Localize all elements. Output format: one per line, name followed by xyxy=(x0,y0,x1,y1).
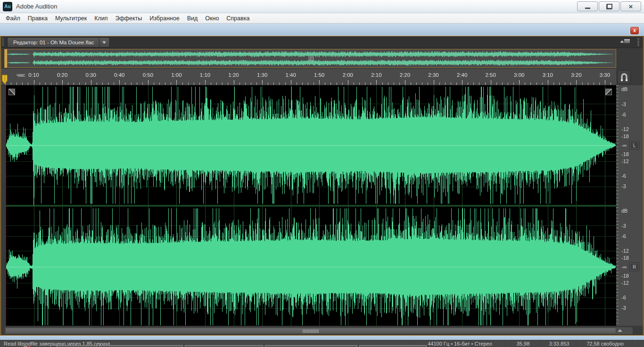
current-time-indicator[interactable] xyxy=(5,85,6,326)
db-tick-label: -3 xyxy=(621,183,626,189)
db-tick-label: -3 xyxy=(621,305,626,311)
menu-item-5[interactable]: Избранное xyxy=(146,13,183,24)
time-ruler[interactable]: чмс 0:100:200:300:400:501:001:101:201:30… xyxy=(1,69,616,85)
fade-in-handle-icon[interactable] xyxy=(8,89,15,95)
db-tick-label: -12 xyxy=(621,280,629,286)
menu-bar: ФайлПравкаМультитрекКлипЭффектыИзбранное… xyxy=(0,13,644,24)
snap-toggle-button[interactable] xyxy=(617,71,631,84)
db-tick-label: -3 xyxy=(621,101,626,107)
panel-corner-grip[interactable] xyxy=(637,38,639,46)
db-tick-label: -6 xyxy=(621,233,626,239)
ruler-label: 2:20 xyxy=(400,72,410,78)
panel-menu-icon xyxy=(624,39,630,43)
ruler-label: 3:00 xyxy=(514,72,524,78)
cutoff-transport-row xyxy=(0,345,644,347)
minimize-button[interactable] xyxy=(577,1,598,11)
horizontal-scrollbar[interactable] xyxy=(4,327,633,335)
scrollbar-grip xyxy=(303,330,319,333)
menu-item-7[interactable]: Окно xyxy=(201,13,223,24)
restore-button[interactable] xyxy=(599,1,619,11)
amplitude-ruler[interactable]: dB-3-6-12-18-∞-18-12-6-3dB-3-6-12-18-∞-1… xyxy=(616,85,643,326)
close-button[interactable]: × xyxy=(620,1,641,11)
db-tick-label: -∞ xyxy=(621,142,627,148)
ruler-label: 2:10 xyxy=(371,72,381,78)
db-tick-label: -6 xyxy=(621,295,626,300)
editor-tab-close-button[interactable]: × xyxy=(102,39,105,44)
ruler-label: 0:30 xyxy=(86,72,96,78)
ruler-label: 2:40 xyxy=(457,72,467,78)
ruler-label: 1:50 xyxy=(314,72,324,78)
minimize-icon xyxy=(585,8,590,9)
editor-tab-label: Редактор: 01 - Oh Ma Douee.flac xyxy=(8,40,99,45)
magnet-icon xyxy=(620,73,628,82)
ruler-label: 2:00 xyxy=(343,72,353,78)
db-unit-label: dB xyxy=(621,86,627,92)
ruler-label: 2:50 xyxy=(485,72,495,78)
scrollbar-thumb[interactable] xyxy=(5,328,616,334)
panel-drag-grip[interactable] xyxy=(2,38,4,46)
editor-panel: Редактор: 01 - Oh Ma Douee.flac × чмс xyxy=(0,36,644,336)
window-gap-strip xyxy=(0,336,644,340)
scroll-up-arrow-icon[interactable] xyxy=(618,329,622,332)
channel-right-button[interactable]: R xyxy=(630,263,639,271)
zoom-navigator[interactable] xyxy=(4,49,616,68)
transport-button[interactable] xyxy=(99,345,183,347)
db-unit-label: dB xyxy=(621,208,627,214)
ruler-label: 0:40 xyxy=(114,72,124,78)
waveform-canvas xyxy=(5,85,616,326)
db-tick-label: -∞ xyxy=(621,264,627,270)
transport-button[interactable] xyxy=(359,345,427,347)
adobe-audition-window: Au Adobe Audition × ФайлПравкаМультитрек… xyxy=(0,0,644,347)
db-tick-label: -6 xyxy=(621,112,626,117)
waveform-display[interactable] xyxy=(5,85,616,326)
channel-left-button[interactable]: L xyxy=(630,141,639,149)
ruler-label: 1:10 xyxy=(200,72,210,78)
db-tick-label: -18 xyxy=(621,273,629,279)
navigator-grip[interactable] xyxy=(309,56,314,61)
app-icon: Au xyxy=(3,2,12,11)
db-tick-label: -6 xyxy=(621,173,626,179)
ruler-minor-ticks xyxy=(5,83,613,85)
transport-button[interactable] xyxy=(185,345,263,347)
time-format-label: чмс xyxy=(17,72,25,78)
window-title: Adobe Audition xyxy=(16,3,57,10)
ruler-label: 1:00 xyxy=(171,72,182,78)
ruler-label: 3:10 xyxy=(543,72,553,78)
db-tick-label: -12 xyxy=(621,126,629,132)
playhead-marker[interactable] xyxy=(1,74,8,84)
db-tick-label: -18 xyxy=(621,255,629,261)
menu-item-2[interactable]: Мультитрек xyxy=(51,13,91,24)
restore-icon xyxy=(607,4,612,9)
menu-item-8[interactable]: Справка xyxy=(223,13,253,24)
toolbar-close-button[interactable]: x xyxy=(630,27,639,34)
panel-menu-button[interactable] xyxy=(621,39,630,43)
ruler-label: 1:40 xyxy=(285,72,296,78)
menu-item-4[interactable]: Эффекты xyxy=(111,13,146,24)
db-tick-label: -12 xyxy=(621,158,629,164)
ruler-label: 0:50 xyxy=(143,72,153,78)
fade-out-handle-icon[interactable] xyxy=(605,89,612,95)
panel-tab-strip: Редактор: 01 - Oh Ma Douee.flac × xyxy=(1,36,643,48)
transport-button[interactable] xyxy=(265,345,357,347)
navigator-left-handle[interactable] xyxy=(5,50,7,67)
db-tick-label: -12 xyxy=(621,248,629,254)
title-bar: Au Adobe Audition × xyxy=(0,0,644,13)
menu-item-1[interactable]: Правка xyxy=(24,13,51,24)
db-tick-label: -3 xyxy=(621,223,626,229)
ruler-label: 3:20 xyxy=(571,72,581,78)
menu-item-3[interactable]: Клип xyxy=(91,13,111,24)
transport-knob-icon[interactable] xyxy=(21,345,33,347)
transport-button[interactable] xyxy=(57,345,97,347)
close-icon: × xyxy=(629,4,633,9)
ruler-label: 0:10 xyxy=(28,72,39,78)
db-tick-label: -18 xyxy=(621,133,629,139)
menu-item-0[interactable]: Файл xyxy=(2,13,24,24)
menu-item-6[interactable]: Вид xyxy=(183,13,202,24)
panel-menu-arrow-icon xyxy=(620,40,624,42)
db-tick-marks xyxy=(616,85,619,326)
editor-tab[interactable]: Редактор: 01 - Oh Ma Douee.flac xyxy=(7,37,110,48)
db-tick-label: -18 xyxy=(621,151,629,157)
ruler-label: 1:30 xyxy=(257,72,267,78)
ruler-label: 1:20 xyxy=(228,72,239,78)
ruler-label: 3:30 xyxy=(600,72,610,78)
